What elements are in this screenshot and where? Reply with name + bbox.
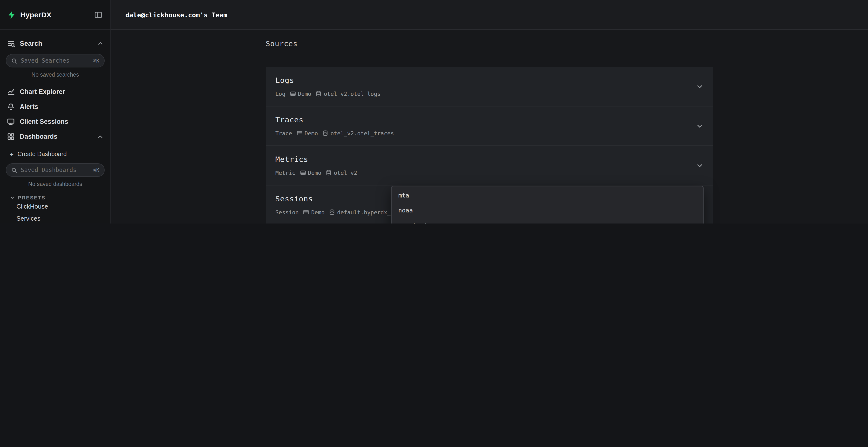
preset-item-clickhouse[interactable]: ClickHouse: [0, 200, 111, 212]
app-window: HyperDX Search Saved Searches ⌘K No save…: [0, 0, 868, 224]
sidebar-item-label: Client Sessions: [20, 118, 104, 125]
source-card-title: Logs: [275, 76, 689, 85]
table-name: otel_v2: [334, 169, 357, 176]
content-scroll: Sources Logs Log Demo otel_v2.otel_logs: [111, 30, 868, 224]
option-label: noaa: [398, 207, 413, 214]
database-dropdown-menu: mta noaa nyc_taxi nypd ontime opensky ot…: [391, 186, 704, 224]
database-icon: [322, 130, 329, 136]
no-saved-searches-note: No saved searches: [0, 72, 111, 77]
preset-label: ClickHouse: [17, 203, 48, 210]
sidebar-section-search[interactable]: Search: [0, 36, 111, 51]
server-rows-icon: [303, 209, 309, 215]
saved-searches-input[interactable]: Saved Searches ⌘K: [6, 54, 105, 67]
divider: [266, 56, 713, 56]
source-type: Log: [275, 90, 285, 97]
sidebar-item-label: Chart Explorer: [20, 88, 104, 95]
sidebar-collapse-icon[interactable]: [93, 9, 104, 20]
create-dashboard-label: Create Dashboard: [18, 151, 66, 158]
sidebar-item-label: Dashboards: [20, 133, 92, 140]
source-card-meta: Trace Demo otel_v2.otel_traces: [275, 130, 689, 137]
sidebar-item-alerts[interactable]: Alerts: [0, 99, 111, 114]
hyperdx-logo-icon: [7, 10, 17, 20]
source-card-meta: Metric Demo otel_v2: [275, 169, 689, 176]
monitor-icon: [7, 117, 15, 126]
shortcut-badge: ⌘K: [93, 58, 99, 64]
table-name: otel_v2.otel_logs: [324, 90, 380, 97]
server-rows-icon: [300, 170, 306, 176]
chevron-down-icon[interactable]: [696, 82, 704, 90]
search-icon: [11, 167, 18, 173]
connection-name: Demo: [311, 209, 324, 215]
chevron-down-icon: [10, 195, 15, 200]
shortcut-badge: ⌘K: [93, 167, 99, 173]
source-type: Trace: [275, 130, 292, 137]
chevron-down-icon[interactable]: [696, 122, 704, 130]
topbar: dale@clickhouse.com's Team: [111, 0, 868, 30]
source-card-title: Metrics: [275, 154, 689, 164]
chart-line-icon: [7, 88, 15, 96]
logo-row: HyperDX: [0, 0, 111, 30]
sidebar-item-chart-explorer[interactable]: Chart Explorer: [0, 84, 111, 99]
dashboard-grid-icon: [7, 133, 15, 141]
plus-icon: +: [10, 151, 13, 158]
source-card-title: Traces: [275, 115, 689, 125]
source-type: Metric: [275, 169, 296, 176]
sidebar-item-dashboards[interactable]: Dashboards: [0, 129, 111, 144]
app-title: HyperDX: [20, 10, 93, 19]
dropdown-option-mta[interactable]: mta: [392, 188, 703, 203]
sidebar-search-label: Search: [20, 39, 92, 47]
sidebar: HyperDX Search Saved Searches ⌘K No save…: [0, 0, 111, 224]
database-icon: [329, 209, 335, 215]
saved-searches-placeholder: Saved Searches: [21, 57, 90, 64]
preset-label: Services: [17, 215, 40, 222]
connection-name: Demo: [305, 130, 318, 137]
search-icon: [11, 58, 18, 64]
option-label: nyc_taxi: [398, 221, 427, 224]
list-search-icon: [7, 39, 15, 47]
sidebar-nav: Chart Explorer Alerts Client Sessions Da…: [0, 84, 111, 144]
bell-icon: [7, 103, 15, 111]
source-type: Session: [275, 209, 299, 215]
chevron-up-icon[interactable]: [97, 40, 104, 47]
preset-item-services[interactable]: Services: [0, 212, 111, 224]
source-card-logs: Logs Log Demo otel_v2.otel_logs: [266, 67, 713, 106]
database-icon: [316, 91, 322, 97]
source-card-traces: Traces Trace Demo otel_v2.otel_traces: [266, 106, 713, 146]
sources-title: Sources: [266, 39, 713, 48]
table-name: otel_v2.otel_traces: [331, 130, 394, 137]
source-card-header[interactable]: Logs Log Demo otel_v2.otel_logs: [275, 76, 704, 97]
no-saved-dashboards-note: No saved dashboards: [0, 181, 111, 187]
saved-dashboards-input[interactable]: Saved Dashboards ⌘K: [6, 163, 105, 177]
page-header-title: dale@clickhouse.com's Team: [125, 11, 227, 19]
table-name: default.hyperdx_s: [337, 209, 394, 215]
source-card-metrics: Metrics Metric Demo otel_v2: [266, 146, 713, 185]
dropdown-option-nyc-taxi[interactable]: nyc_taxi: [392, 218, 703, 224]
server-rows-icon: [296, 130, 303, 136]
saved-dashboards-placeholder: Saved Dashboards: [21, 167, 90, 173]
chevron-down-icon[interactable]: [696, 162, 704, 169]
sidebar-item-label: Alerts: [20, 103, 104, 110]
source-card-meta: Log Demo otel_v2.otel_logs: [275, 90, 689, 97]
create-dashboard-button[interactable]: + Create Dashboard: [0, 148, 111, 161]
database-icon: [326, 170, 332, 176]
source-card-header[interactable]: Metrics Metric Demo otel_v2: [275, 154, 704, 176]
server-rows-icon: [290, 91, 296, 97]
sidebar-item-client-sessions[interactable]: Client Sessions: [0, 114, 111, 129]
main-area: dale@clickhouse.com's Team Sources Logs …: [111, 0, 868, 224]
source-card-header[interactable]: Traces Trace Demo otel_v2.otel_traces: [275, 115, 704, 137]
dropdown-option-noaa[interactable]: noaa: [392, 203, 703, 218]
option-label: mta: [398, 192, 409, 199]
connection-name: Demo: [298, 90, 311, 97]
chevron-up-icon[interactable]: [97, 133, 104, 140]
presets-section-header[interactable]: PRESETS: [0, 195, 111, 200]
presets-label: PRESETS: [18, 195, 45, 200]
connection-name: Demo: [308, 169, 321, 176]
